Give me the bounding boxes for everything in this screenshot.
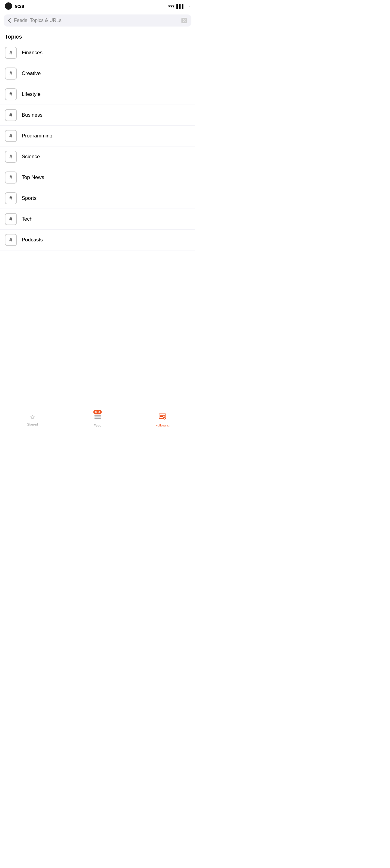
svg-rect-1 — [94, 415, 101, 415]
topic-name: Sports — [22, 195, 36, 201]
status-bar-left: 9:28 — [5, 2, 24, 10]
signal-icon: ▌▌▌ — [176, 4, 185, 8]
topic-name: Finances — [22, 50, 42, 56]
topic-name: Creative — [22, 70, 41, 76]
topic-name: Science — [22, 154, 40, 160]
battery-icon: ▭ — [186, 4, 190, 8]
nav-item-feed[interactable]: 803 Feed — [65, 409, 130, 427]
topic-item[interactable]: #Programming — [0, 126, 195, 147]
topic-item[interactable]: #Tech — [0, 209, 195, 230]
topic-item[interactable]: #Podcasts — [0, 230, 195, 250]
following-icon — [158, 412, 167, 422]
search-bar: Feeds, Topics & URLs — [4, 14, 191, 27]
topic-list: #Finances#Creative#Lifestyle#Business#Pr… — [0, 42, 195, 250]
svg-rect-3 — [94, 418, 101, 419]
topic-item[interactable]: #Top News — [0, 167, 195, 188]
nav-label-feed: Feed — [94, 424, 101, 427]
back-button[interactable] — [8, 18, 11, 23]
status-circle — [5, 2, 12, 10]
topic-item[interactable]: #Finances — [0, 42, 195, 63]
topic-hash-icon: # — [5, 213, 17, 225]
nav-label-following: Following — [155, 424, 169, 427]
topic-hash-icon: # — [5, 47, 17, 59]
nav-item-starred[interactable]: ☆ Starred — [0, 410, 65, 426]
search-input[interactable]: Feeds, Topics & URLs — [14, 18, 178, 23]
topic-hash-icon: # — [5, 192, 17, 204]
feed-icon-wrapper: 803 — [93, 412, 102, 423]
bottom-nav: ☆ Starred 803 Feed Follo — [0, 407, 195, 434]
topic-hash-icon: # — [5, 151, 17, 163]
nav-label-starred: Starred — [27, 423, 38, 426]
topic-name: Business — [22, 112, 42, 118]
status-bar: 9:28 ▾▾▾ ▌▌▌ ▭ — [0, 0, 195, 12]
nav-item-following[interactable]: Following — [130, 410, 195, 427]
topic-name: Lifestyle — [22, 91, 40, 97]
svg-point-5 — [163, 416, 166, 420]
star-icon: ☆ — [30, 413, 36, 421]
feed-badge: 803 — [93, 410, 102, 414]
topic-item[interactable]: #Lifestyle — [0, 84, 195, 105]
topic-item[interactable]: #Science — [0, 147, 195, 167]
topic-hash-icon: # — [5, 130, 17, 142]
topic-hash-icon: # — [5, 172, 17, 184]
status-bar-right: ▾▾▾ ▌▌▌ ▭ — [168, 4, 190, 8]
svg-rect-2 — [94, 416, 101, 417]
topic-name: Tech — [22, 216, 33, 222]
topic-name: Programming — [22, 133, 53, 139]
clear-button[interactable] — [181, 18, 187, 24]
topic-name: Podcasts — [22, 237, 43, 243]
topic-item[interactable]: #Creative — [0, 63, 195, 84]
topics-section-label: Topics — [0, 29, 195, 42]
topic-item[interactable]: #Business — [0, 105, 195, 126]
topic-item[interactable]: #Sports — [0, 188, 195, 209]
topic-hash-icon: # — [5, 234, 17, 246]
topic-hash-icon: # — [5, 109, 17, 121]
topic-hash-icon: # — [5, 88, 17, 100]
topic-hash-icon: # — [5, 67, 17, 80]
status-time: 9:28 — [15, 4, 24, 9]
wifi-icon: ▾▾▾ — [168, 4, 175, 8]
topic-name: Top News — [22, 175, 44, 181]
